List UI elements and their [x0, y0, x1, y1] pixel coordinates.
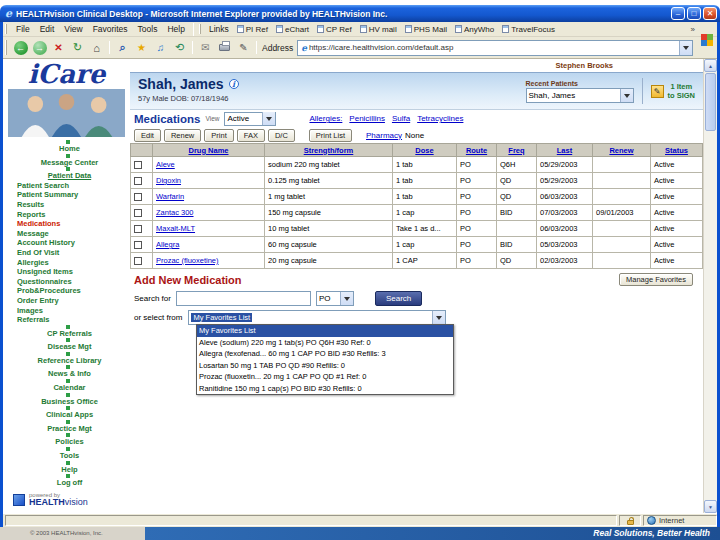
favorites-option[interactable]: Ranitidine 150 mg 1 cap(s) PO BID #30 Re…	[197, 383, 453, 395]
sidebar-item-reports[interactable]: Reports	[9, 210, 130, 220]
toolbar-grip[interactable]	[5, 40, 7, 55]
status-filter-select[interactable]: Active	[224, 112, 276, 126]
row-checkb ox[interactable]	[134, 257, 142, 265]
address-input[interactable]	[309, 41, 679, 55]
allergy-penicillins-link[interactable]: Penicillins	[349, 114, 385, 123]
sidebar-item-medications[interactable]: Medications	[9, 219, 130, 229]
allergies-link[interactable]: Allergies:	[309, 114, 342, 123]
forward-button[interactable]: →	[30, 39, 49, 57]
print-button[interactable]: Print	[204, 129, 233, 142]
row-checkbox[interactable]	[134, 161, 142, 169]
refresh-icon[interactable]: ↻	[68, 39, 87, 57]
menu-help[interactable]: Help	[162, 24, 189, 34]
sidebar-item-log-off[interactable]: Log off	[9, 474, 130, 488]
minimize-button[interactable]: –	[671, 7, 685, 20]
stop-icon[interactable]: ✕	[49, 39, 68, 57]
scroll-up-button[interactable]: ▲	[704, 59, 717, 72]
column-freq[interactable]: Freq	[508, 146, 524, 155]
allergy-sulfa-link[interactable]: Sulfa	[392, 114, 410, 123]
history-icon[interactable]: ⟲	[170, 39, 189, 57]
favorites-option[interactable]: Prozac (fluoxetin... 20 mg 1 CAP PO QD #…	[197, 371, 453, 383]
info-icon[interactable]: i	[229, 79, 239, 89]
menu-favorites[interactable]: Favorites	[88, 24, 133, 34]
sidebar-item-allergies[interactable]: Allergies	[9, 258, 130, 268]
allergy-tetracyclines-link[interactable]: Tetracyclines	[417, 114, 463, 123]
sidebar-item-end-of-visit[interactable]: End Of Visit	[9, 248, 130, 258]
sidebar-item-reference-library[interactable]: Reference Library	[9, 352, 130, 366]
medication-search-input[interactable]	[176, 291, 311, 306]
menu-edit[interactable]: Edit	[35, 24, 60, 34]
link-cp-ref[interactable]: CP Ref	[313, 25, 356, 34]
discontinue-button[interactable]: D/C	[268, 129, 295, 142]
column-status[interactable]: Status	[665, 146, 688, 155]
items-to-sign-button[interactable]: ✎ 1 Itemto SIGN	[642, 78, 696, 104]
search-button[interactable]: Search	[375, 291, 422, 306]
column-last[interactable]: Last	[557, 146, 572, 155]
renew-button[interactable]: Renew	[164, 129, 201, 142]
sidebar-item-practice-mgt[interactable]: Practice Mgt	[9, 420, 130, 434]
dropdown-button[interactable]	[620, 89, 633, 102]
sidebar-item-patient-data[interactable]: Patient Data	[9, 167, 130, 181]
sidebar-item-order-entry[interactable]: Order Entry	[9, 296, 130, 306]
drug-name-link[interactable]: Digoxin	[156, 176, 181, 185]
media-icon[interactable]: ♫	[151, 39, 170, 57]
toolbar-grip[interactable]	[5, 24, 7, 34]
sidebar-item-results[interactable]: Results	[9, 200, 130, 210]
sidebar-item-disease-mgt[interactable]: Disease Mgt	[9, 338, 130, 352]
menu-file[interactable]: File	[11, 24, 35, 34]
sidebar-item-business-office[interactable]: Business Office	[9, 393, 130, 407]
favorites-option[interactable]: Aleve (sodium) 220 mg 1 tab(s) PO Q6H #3…	[197, 337, 453, 349]
sidebar-item-calendar[interactable]: Calendar	[9, 379, 130, 393]
sidebar-item-account-history[interactable]: Account History	[9, 238, 130, 248]
scroll-down-button[interactable]: ▼	[704, 500, 717, 513]
sidebar-item-home[interactable]: Home	[9, 140, 130, 154]
sidebar-item-tools[interactable]: Tools	[9, 447, 130, 461]
dropdown-button[interactable]	[340, 292, 353, 305]
fax-button[interactable]: FAX	[237, 129, 265, 142]
maximize-button[interactable]: □	[687, 7, 701, 20]
menu-tools[interactable]: Tools	[133, 24, 163, 34]
sidebar-item-cp-referrals[interactable]: CP Referrals	[9, 325, 130, 339]
sidebar-item-patient-summary[interactable]: Patient Summary	[9, 190, 130, 200]
drug-name-link[interactable]: Warfarin	[156, 192, 184, 201]
favorites-option[interactable]: My Favorites List	[197, 325, 453, 337]
favorites-option[interactable]: Allegra (fexofenad... 60 mg 1 CAP PO BID…	[197, 348, 453, 360]
recent-patients-select[interactable]: Shah, James	[526, 88, 634, 103]
link-travelfocus[interactable]: TravelFocus	[498, 25, 559, 34]
scrollbar-thumb[interactable]	[705, 73, 716, 131]
drug-name-link[interactable]: Maxalt-MLT	[156, 224, 195, 233]
sidebar-item-help[interactable]: Help	[9, 461, 130, 475]
sidebar-item-policies[interactable]: Policies	[9, 433, 130, 447]
link-pi-ref[interactable]: PI Ref	[233, 25, 272, 34]
column-drug-name[interactable]: Drug Name	[188, 146, 228, 155]
sidebar-item-images[interactable]: Images	[9, 306, 130, 316]
print-list-button[interactable]: Print List	[309, 129, 352, 142]
address-dropdown-button[interactable]	[679, 41, 692, 55]
column-renew[interactable]: Renew	[609, 146, 633, 155]
drug-name-link[interactable]: Zantac 300	[156, 208, 194, 217]
menu-view[interactable]: View	[59, 24, 87, 34]
favorites-select[interactable]: My Favorites List	[188, 310, 446, 325]
title-bar[interactable]: e HEALTHvision Clinical Desktop - Micros…	[0, 5, 720, 22]
home-icon[interactable]: ⌂	[87, 39, 106, 57]
close-button[interactable]: ✕	[703, 7, 717, 20]
edit-icon[interactable]: ✎	[234, 39, 253, 57]
link-hv-mail[interactable]: HV mail	[356, 25, 401, 34]
sidebar-item-referrals[interactable]: Referrals	[9, 315, 130, 325]
mail-icon[interactable]: ✉	[196, 39, 215, 57]
pharmacy-link[interactable]: Pharmacy	[366, 131, 402, 140]
dropdown-button[interactable]	[262, 112, 275, 125]
row-checkbox[interactable]	[134, 193, 142, 201]
sidebar-item-clinical-apps[interactable]: Clinical Apps	[9, 406, 130, 420]
edit-button[interactable]: Edit	[134, 129, 161, 142]
manage-favorites-button[interactable]: Manage Favorites	[619, 273, 693, 286]
sidebar-item-patient-search[interactable]: Patient Search	[9, 181, 130, 191]
sidebar-item-questionnaires[interactable]: Questionnaires	[9, 277, 130, 287]
vertical-scrollbar[interactable]: ▲ ▼	[703, 59, 717, 513]
column-route[interactable]: Route	[466, 146, 487, 155]
sidebar-item-prob-procedures[interactable]: Prob&Procedures	[9, 286, 130, 296]
scrollbar-track[interactable]	[704, 132, 717, 500]
column-strength-form[interactable]: Strength/form	[304, 146, 354, 155]
link-echart[interactable]: eChart	[272, 25, 313, 34]
favorites-icon[interactable]: ★	[132, 39, 151, 57]
